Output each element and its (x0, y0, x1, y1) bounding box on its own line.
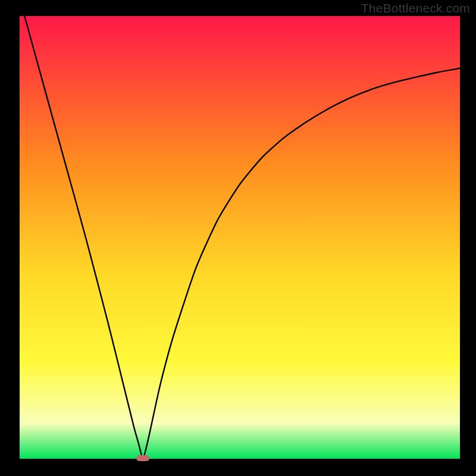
optimum-marker (136, 455, 149, 461)
bottleneck-chart (0, 0, 476, 476)
chart-frame: TheBottleneck.com (0, 0, 476, 476)
watermark-text: TheBottleneck.com (361, 1, 470, 15)
